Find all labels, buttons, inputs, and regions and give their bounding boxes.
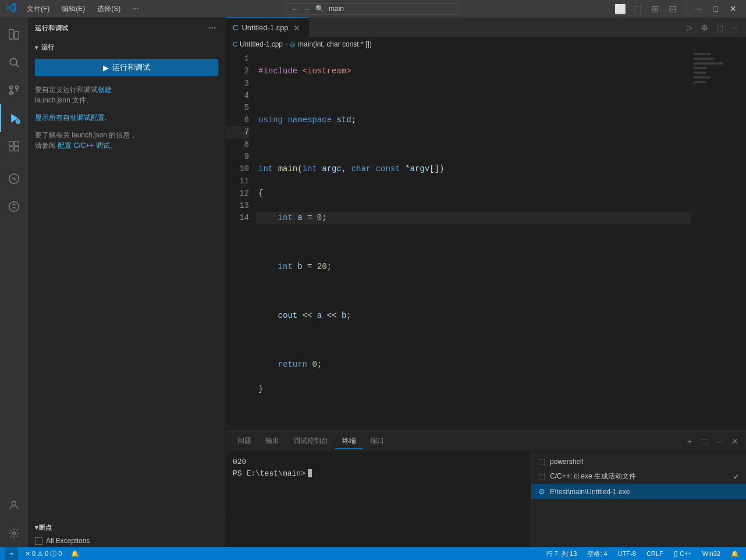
menu-file[interactable]: 文件(F): [22, 3, 54, 15]
notifications-item[interactable]: 🔔: [69, 547, 81, 560]
sidebar-info1-line2: launch.json 文件。: [35, 96, 93, 104]
panel-tab-debug-console[interactable]: 调试控制台: [286, 434, 335, 449]
tab-more-btn[interactable]: ···: [729, 21, 741, 34]
close-button[interactable]: ✕: [726, 2, 740, 16]
configure-cpp-link[interactable]: 配置 C/C++ 调试: [58, 141, 109, 150]
svg-rect-15: [15, 147, 19, 151]
editor-scrollbar[interactable]: [738, 51, 746, 431]
titlebar-menu: 文件(F) 编辑(E) 选择(S) ···: [22, 3, 143, 15]
panel-close-btn[interactable]: ✕: [729, 435, 741, 448]
sidebar: 运行和调试 ··· ▾ 运行 ▶ 运行和调试 要自定义运行和调试创建 launc…: [28, 17, 226, 547]
editor-split-btn[interactable]: ⬚: [713, 21, 726, 34]
menu-edit[interactable]: 编辑(E): [57, 3, 90, 15]
show-configs-link[interactable]: 显示所有自动调试配置.: [35, 114, 106, 122]
tab-untitled-1[interactable]: C Untitled-1.cpp ✕: [226, 17, 309, 37]
error-count: 0: [32, 550, 35, 557]
os-item[interactable]: Win32: [700, 547, 723, 560]
search-text: main: [329, 5, 344, 13]
terminal-item-cl-exe[interactable]: ⬚ C/C++: cl.exe 生成活动文件 ✓: [531, 469, 746, 484]
nav-back[interactable]: ←: [291, 5, 299, 13]
code-line-5: int main(int argc, char const *argv[]): [256, 163, 691, 175]
maximize-button[interactable]: □: [708, 2, 723, 16]
create-launch-link[interactable]: 创建: [98, 86, 112, 94]
panel-tab-terminal[interactable]: 终端: [335, 434, 363, 449]
svg-rect-12: [9, 141, 14, 146]
code-line-7: int a = 0;: [256, 212, 691, 224]
eol-item[interactable]: CRLF: [644, 547, 666, 560]
eol-text: CRLF: [646, 550, 663, 557]
breadcrumb-symbol-icon: ◎: [290, 41, 296, 48]
panel-more-btn[interactable]: ···: [713, 435, 726, 448]
tab-bar-actions: ▷ ⚙ ⬚ ···: [678, 17, 746, 37]
terminal-item-powershell[interactable]: ⬚ powershell: [531, 454, 746, 469]
panel-tabs: 问题 输出 调试控制台 终端 端口 + ⬚ ··· ✕: [226, 431, 746, 452]
vscode-logo: [6, 2, 16, 16]
bell-item[interactable]: 🔔: [729, 547, 741, 560]
activity-source-control[interactable]: [0, 76, 28, 104]
svg-point-4: [10, 86, 13, 89]
terminal-item-exe[interactable]: ⚙ E\test\main\Untitled-1.exe: [531, 484, 746, 499]
svg-rect-1: [15, 31, 19, 39]
customize-layout-icon[interactable]: ⊟: [665, 2, 680, 16]
editor-layout-icon[interactable]: ⬚: [630, 2, 645, 16]
svg-point-17: [9, 202, 19, 212]
sidebar-toggle-icon[interactable]: ⬜: [613, 2, 627, 16]
run-debug-button[interactable]: ▶ 运行和调试: [35, 59, 218, 76]
breadcrumb-symbol[interactable]: ◎ main(int, char const * []): [290, 40, 372, 48]
nav-forward[interactable]: →: [303, 5, 311, 13]
activity-explorer[interactable]: [0, 20, 28, 48]
code-editor[interactable]: 1 2 3 4 5 6 7 8 9 10 11 12 13 14 #includ…: [226, 51, 746, 431]
titlebar-left: 文件(F) 编辑(E) 选择(S) ···: [0, 2, 253, 16]
exe-label: E\test\main\Untitled-1.exe: [550, 488, 630, 496]
all-exceptions-label: All Exceptions: [46, 537, 90, 545]
panel-tab-ports[interactable]: 端口: [363, 434, 391, 449]
menu-select[interactable]: 选择(S): [93, 3, 125, 15]
language-item[interactable]: {} C++: [672, 547, 694, 560]
panel-tab-output[interactable]: 输出: [258, 434, 286, 449]
code-line-13: return 0;: [256, 359, 691, 371]
tab-bar: C Untitled-1.cpp ✕ ▷ ⚙ ⬚ ···: [226, 17, 746, 38]
line-col-item[interactable]: 行 7, 列 13: [544, 547, 580, 560]
terminal-split-btn[interactable]: ⬚: [698, 435, 711, 448]
sidebar-info1: 要自定义运行和调试创建 launch.json 文件。: [28, 81, 225, 109]
minimap-content: ████████████████ ████████████████████ ██…: [691, 51, 738, 88]
tab-close-btn[interactable]: ✕: [292, 23, 301, 33]
sidebar-info2: 显示所有自动调试配置.: [28, 109, 225, 126]
activity-search[interactable]: [0, 48, 28, 76]
activity-run-debug[interactable]: [0, 104, 28, 132]
all-exceptions-checkbox[interactable]: [35, 537, 42, 545]
menu-more[interactable]: ···: [128, 3, 143, 15]
activity-copilot2[interactable]: [0, 193, 28, 221]
activity-extensions[interactable]: [0, 132, 28, 160]
code-line-1: #include <iostream>: [256, 65, 691, 77]
activity-copilot1[interactable]: [0, 165, 28, 193]
activity-accounts[interactable]: [0, 491, 28, 519]
minimize-button[interactable]: ─: [691, 2, 705, 16]
spaces-item[interactable]: 空格: 4: [585, 547, 609, 560]
breadcrumb-sep: ›: [285, 40, 287, 48]
breadcrumb-file[interactable]: C Untitled-1.cpp: [233, 40, 283, 48]
info-icon: ⓘ: [50, 550, 56, 558]
new-terminal-btn[interactable]: +: [683, 435, 696, 448]
run-code-btn[interactable]: ▷: [683, 21, 696, 34]
panel-actions: + ⬚ ··· ✕: [683, 435, 741, 448]
encoding-item[interactable]: UTF-8: [616, 547, 638, 560]
errors-item[interactable]: ✕ 0 ⚠ 0 ⓘ 0: [23, 547, 64, 560]
settings-btn[interactable]: ⚙: [698, 21, 711, 34]
code-line-4: [256, 139, 691, 151]
all-exceptions-item[interactable]: All Exceptions: [28, 534, 225, 547]
activity-settings[interactable]: [0, 519, 28, 547]
notifications-icon: 🔔: [71, 550, 79, 558]
split-editor-icon[interactable]: ⊞: [648, 2, 662, 16]
run-section-title[interactable]: ▾ 运行: [28, 41, 225, 54]
terminal-main[interactable]: 020 PS E:\test\main>: [226, 452, 531, 547]
code-content[interactable]: #include <iostream> using namespace std;…: [254, 51, 691, 431]
warn-icon: ⚠: [37, 550, 43, 558]
panel-tab-problems[interactable]: 问题: [230, 434, 258, 449]
run-debug-play-icon: ▶: [103, 63, 109, 72]
breakpoints-title[interactable]: ▾ 断点: [28, 521, 225, 534]
main-content: 运行和调试 ··· ▾ 运行 ▶ 运行和调试 要自定义运行和调试创建 launc…: [0, 17, 746, 547]
sidebar-more-btn[interactable]: ···: [207, 22, 218, 34]
terminal-body: 020 PS E:\test\main> ⬚ powershell ⬚ C/C+…: [226, 452, 746, 547]
remote-item[interactable]: ⌁: [5, 547, 18, 560]
